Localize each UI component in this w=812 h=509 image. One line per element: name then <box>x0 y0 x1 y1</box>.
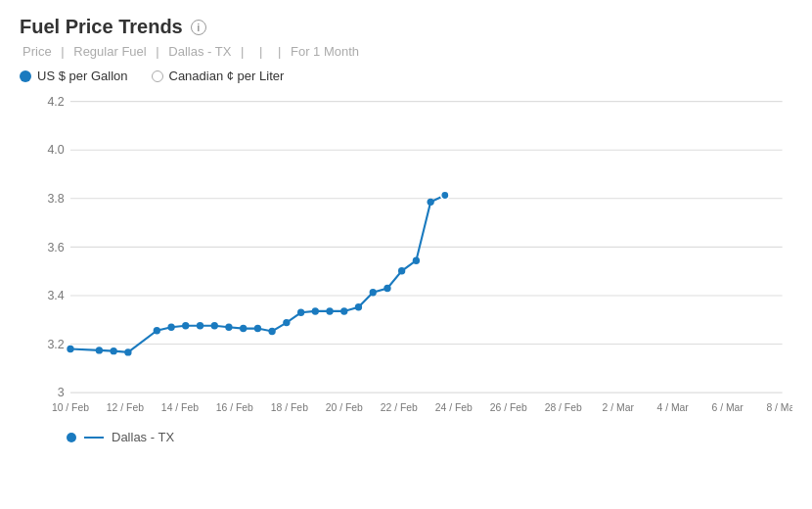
svg-text:4 / Mar: 4 / Mar <box>656 401 689 413</box>
svg-text:3.8: 3.8 <box>47 192 64 206</box>
data-point <box>254 325 261 332</box>
data-point <box>211 322 218 329</box>
svg-text:22 / Feb: 22 / Feb <box>381 401 418 413</box>
data-point <box>283 319 290 326</box>
svg-text:4.2: 4.2 <box>47 95 64 109</box>
svg-text:12 / Feb: 12 / Feb <box>107 401 144 413</box>
data-point <box>124 348 131 355</box>
data-point <box>398 267 405 274</box>
filter-sep5: | <box>278 44 285 59</box>
svg-text:20 / Feb: 20 / Feb <box>326 401 363 413</box>
filter-sep2: | <box>156 44 162 59</box>
data-point <box>312 307 319 314</box>
data-point <box>225 323 232 330</box>
data-point <box>96 347 103 353</box>
legend-cad-dot <box>152 70 163 82</box>
legend-usd-dot <box>20 70 31 82</box>
data-point <box>182 322 189 329</box>
data-point <box>268 328 275 335</box>
chart-area: 4.2 4.0 3.8 3.6 3.4 3.2 3 10 / Feb 12 / … <box>20 91 792 424</box>
info-icon[interactable]: i <box>191 20 206 35</box>
footer-line <box>84 437 104 439</box>
svg-text:18 / Feb: 18 / Feb <box>271 401 308 413</box>
svg-text:6 / Mar: 6 / Mar <box>712 401 744 413</box>
data-point <box>67 346 73 352</box>
data-point <box>154 327 160 334</box>
svg-text:3.6: 3.6 <box>47 241 64 254</box>
data-point <box>197 322 203 329</box>
svg-text:3.4: 3.4 <box>47 289 64 302</box>
data-point <box>428 199 434 206</box>
svg-text:10 / Feb: 10 / Feb <box>52 401 89 413</box>
data-point <box>326 307 333 314</box>
chart-svg: 4.2 4.0 3.8 3.6 3.4 3.2 3 10 / Feb 12 / … <box>20 91 792 424</box>
filter-sep3: | <box>241 44 248 59</box>
data-point-last <box>441 191 449 200</box>
data-point <box>340 307 347 314</box>
filter-sep1: | <box>61 44 68 59</box>
svg-text:3.2: 3.2 <box>47 338 64 351</box>
filter-fuel[interactable]: Regular Fuel <box>73 44 146 59</box>
legend: US $ per Gallon Canadian ¢ per Liter <box>20 69 792 83</box>
chart-footer: Dallas - TX <box>20 430 792 444</box>
svg-text:14 / Feb: 14 / Feb <box>161 401 199 413</box>
footer-dot <box>67 433 76 442</box>
filter-location[interactable]: Dallas - TX <box>168 44 231 59</box>
data-point <box>383 285 390 292</box>
svg-text:24 / Feb: 24 / Feb <box>435 401 473 413</box>
svg-text:26 / Feb: 26 / Feb <box>490 401 527 413</box>
data-point <box>240 325 247 332</box>
filter-bar: Price | Regular Fuel | Dallas - TX | | |… <box>20 44 792 59</box>
page-title: Fuel Price Trends i <box>20 16 792 38</box>
data-point <box>111 347 117 354</box>
legend-cad[interactable]: Canadian ¢ per Liter <box>152 69 285 83</box>
data-point <box>297 309 304 316</box>
svg-text:3: 3 <box>58 386 65 399</box>
series-label: Dallas - TX <box>112 430 174 444</box>
data-point <box>167 323 174 330</box>
data-point <box>413 256 420 263</box>
svg-text:2 / Mar: 2 / Mar <box>603 401 635 413</box>
filter-sep4: | <box>259 44 266 59</box>
legend-usd[interactable]: US $ per Gallon <box>20 69 128 83</box>
title-text: Fuel Price Trends <box>20 16 183 38</box>
data-point <box>355 303 362 310</box>
legend-cad-label: Canadian ¢ per Liter <box>169 69 285 83</box>
svg-text:28 / Feb: 28 / Feb <box>545 401 582 413</box>
svg-text:16 / Feb: 16 / Feb <box>216 401 253 413</box>
legend-usd-label: US $ per Gallon <box>37 69 128 83</box>
data-point <box>370 289 377 296</box>
filter-period[interactable]: For 1 Month <box>291 44 359 59</box>
svg-text:8 / Mar: 8 / Mar <box>766 401 792 413</box>
filter-price[interactable]: Price <box>23 44 52 59</box>
svg-text:4.0: 4.0 <box>47 143 64 157</box>
